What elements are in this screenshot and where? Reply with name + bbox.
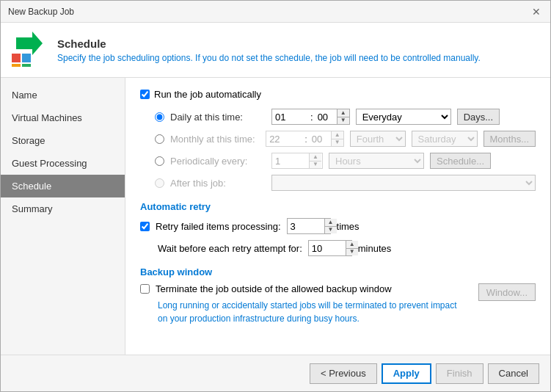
monthly-radio[interactable]	[155, 134, 164, 144]
wait-row: Wait before each retry attempt for: ▲ ▼ …	[158, 240, 536, 256]
sidebar-item-storage[interactable]: Storage	[1, 129, 125, 152]
daily-time-up[interactable]: ▲	[337, 109, 349, 117]
retry-times-field[interactable]	[288, 219, 324, 233]
header-text: Schedule Specify the job scheduling opti…	[57, 37, 481, 63]
daily-radio[interactable]	[155, 112, 164, 122]
monthly-time-up[interactable]: ▲	[332, 131, 343, 139]
svg-rect-4	[22, 64, 31, 67]
title-bar: New Backup Job ✕	[1, 1, 550, 23]
after-job-select[interactable]	[271, 175, 536, 191]
days-button[interactable]: Days...	[457, 109, 500, 125]
sidebar: Name Virtual Machines Storage Guest Proc…	[1, 78, 125, 355]
dialog-window: New Backup Job ✕ Schedule Specify the jo…	[0, 0, 551, 392]
footer: < Previous Apply Finish Cancel	[1, 355, 550, 391]
daily-row: Daily at this time: : ▲ ▼ Everyday Weekd…	[155, 109, 536, 125]
run-automatically-checkbox[interactable]	[140, 90, 150, 99]
backup-window-section: Terminate the job outside of the allowed…	[140, 283, 536, 325]
schedule-options: Daily at this time: : ▲ ▼ Everyday Weekd…	[155, 109, 536, 191]
minutes-label: minutes	[358, 243, 392, 254]
periodically-down[interactable]: ▼	[310, 161, 321, 169]
after-job-radio[interactable]	[155, 178, 164, 188]
periodically-radio[interactable]	[155, 156, 164, 166]
header-section: Schedule Specify the job scheduling opti…	[1, 23, 550, 78]
veeam-icon	[12, 32, 48, 68]
sidebar-item-schedule[interactable]: Schedule	[1, 175, 125, 197]
times-label: times	[337, 221, 360, 232]
periodically-unit-select[interactable]: Minutes Hours	[329, 153, 424, 169]
wait-minutes-field[interactable]	[309, 241, 346, 255]
monthly-row: Monthly at this time: : ▲ ▼ First Second	[155, 131, 536, 147]
header-description: Specify the job scheduling options. If y…	[57, 53, 481, 63]
daily-min-field[interactable]	[315, 109, 337, 124]
periodically-value-field[interactable]	[272, 153, 309, 168]
periodically-row: Periodically every: ▲ ▼ Minutes Hours Sc…	[155, 153, 536, 169]
monthly-time-input: : ▲ ▼	[266, 131, 344, 147]
cancel-button[interactable]: Cancel	[488, 363, 539, 384]
sidebar-item-summary[interactable]: Summary	[1, 197, 125, 220]
monthly-week-select[interactable]: First Second Third Fourth Last	[350, 131, 406, 147]
daily-freq-select[interactable]: Everyday Weekdays Weekends	[356, 109, 451, 125]
monthly-label: Monthly at this time:	[170, 134, 260, 145]
periodically-label: Periodically every:	[170, 156, 266, 167]
after-job-label: After this job:	[170, 178, 266, 189]
schedule-button[interactable]: Schedule...	[430, 153, 491, 169]
wait-minutes-input: ▲ ▼	[308, 240, 352, 256]
retry-times-input: ▲ ▼	[287, 218, 331, 234]
dialog-title: New Backup Job	[8, 7, 74, 17]
sidebar-item-name[interactable]: Name	[1, 84, 125, 106]
automatic-retry-title: Automatic retry	[140, 201, 536, 212]
monthly-hour-field[interactable]	[266, 131, 303, 146]
backup-window-checkbox[interactable]	[140, 284, 150, 294]
wait-up[interactable]: ▲	[346, 241, 358, 248]
window-button[interactable]: Window...	[478, 283, 536, 301]
main-content: Name Virtual Machines Storage Guest Proc…	[1, 78, 550, 355]
retry-label: Retry failed items processing:	[156, 221, 281, 232]
months-button[interactable]: Months...	[484, 131, 536, 147]
after-job-row: After this job:	[155, 175, 536, 191]
retry-checkbox[interactable]	[140, 222, 150, 231]
close-button[interactable]: ✕	[530, 5, 543, 18]
daily-time-input: : ▲ ▼	[271, 109, 350, 125]
wait-label: Wait before each retry attempt for:	[158, 243, 302, 254]
periodically-input: ▲ ▼	[271, 153, 323, 169]
apply-button[interactable]: Apply	[382, 363, 431, 384]
svg-rect-3	[12, 64, 21, 67]
backup-window-title: Backup window	[140, 266, 536, 277]
svg-rect-2	[22, 54, 31, 62]
previous-button[interactable]: < Previous	[310, 363, 377, 384]
daily-hour-field[interactable]	[272, 109, 309, 124]
backup-window-description: Long running or accidentally started job…	[158, 299, 457, 325]
run-automatically-row: Run the job automatically	[140, 89, 536, 100]
svg-rect-1	[12, 54, 21, 62]
header-title: Schedule	[57, 37, 481, 50]
retry-times-up[interactable]: ▲	[325, 219, 337, 226]
monthly-min-field[interactable]	[309, 131, 331, 146]
monthly-time-down[interactable]: ▼	[332, 139, 343, 147]
backup-window-check-row: Terminate the job outside of the allowed…	[140, 283, 457, 294]
wait-down[interactable]: ▼	[346, 248, 358, 256]
svg-marker-0	[16, 32, 43, 55]
retry-check-row: Retry failed items processing: ▲ ▼ times	[140, 218, 536, 234]
finish-button[interactable]: Finish	[436, 363, 484, 384]
retry-times-down[interactable]: ▼	[325, 226, 337, 234]
sidebar-item-guest-processing[interactable]: Guest Processing	[1, 152, 125, 175]
sidebar-item-virtual-machines[interactable]: Virtual Machines	[1, 106, 125, 129]
monthly-day-select[interactable]: SundayMondayTuesday WednesdayThursdayFri…	[412, 131, 478, 147]
run-automatically-label: Run the job automatically	[154, 89, 261, 100]
backup-window-label: Terminate the job outside of the allowed…	[156, 283, 392, 294]
daily-time-down[interactable]: ▼	[337, 117, 349, 125]
daily-label: Daily at this time:	[170, 112, 266, 123]
content-area: Run the job automatically Daily at this …	[125, 78, 550, 355]
periodically-up[interactable]: ▲	[310, 153, 321, 161]
